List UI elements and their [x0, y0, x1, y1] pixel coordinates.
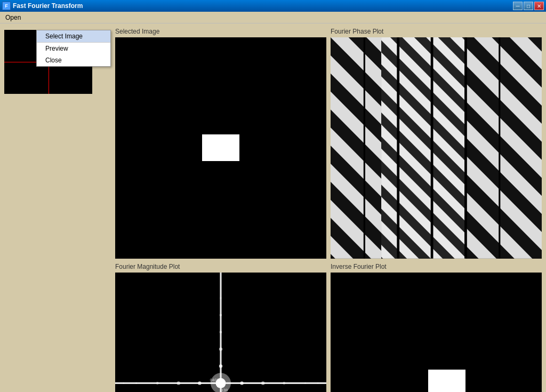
phase-plot-label: Fourier Phase Plot	[331, 28, 542, 36]
svg-point-30	[156, 382, 159, 385]
selected-image-label: Selected Image	[115, 28, 326, 36]
title-bar: F Fast Fourier Transform ─ □ ✕	[0, 0, 546, 12]
inverse-plot-canvas	[331, 273, 542, 392]
window-title: Fast Fourier Transform	[13, 2, 83, 10]
svg-point-20	[220, 331, 222, 333]
inverse-plot-label: Inverse Fourier Plot	[331, 263, 542, 271]
preview-menu-item[interactable]: Preview	[37, 43, 110, 54]
magnitude-plot-canvas: 04030 338	[115, 273, 326, 392]
magnitude-plot-label: Fourier Magnitude Plot	[115, 263, 326, 271]
selected-image-canvas	[115, 37, 326, 259]
svg-point-32	[123, 382, 124, 384]
phase-plot-container: Fourier Phase Plot	[331, 28, 542, 259]
menu-bar: Open	[0, 12, 546, 23]
svg-point-22	[220, 297, 221, 299]
inverse-plot-container: Inverse Fourier Plot	[331, 263, 542, 392]
svg-point-19	[219, 347, 222, 350]
selected-image-container: Selected Image	[115, 28, 326, 259]
phase-plot-svg	[331, 37, 542, 259]
svg-text:338: 338	[221, 388, 228, 392]
svg-point-35	[283, 382, 285, 385]
title-bar-left: F Fast Fourier Transform	[2, 2, 83, 10]
magnitude-plot-container: Fourier Magnitude Plot	[115, 263, 326, 392]
close-button[interactable]: ✕	[534, 2, 544, 10]
selected-image-rect	[202, 134, 239, 161]
svg-point-28	[198, 381, 201, 385]
magnitude-plot-svg: 04030 338	[115, 273, 326, 392]
plots-area: Selected Image Fourier Phase Plot	[115, 28, 542, 392]
close-menu-item[interactable]: Close	[37, 54, 110, 66]
svg-point-34	[261, 381, 264, 385]
svg-point-29	[177, 381, 180, 385]
left-panel: Select Image Preview Close	[4, 28, 111, 392]
svg-point-37	[317, 382, 319, 384]
svg-point-36	[304, 382, 306, 384]
maximize-button[interactable]: □	[524, 2, 533, 10]
app-icon: F	[2, 2, 11, 10]
select-image-menu-item[interactable]: Select Image	[37, 30, 110, 43]
svg-text:04030: 04030	[210, 378, 222, 382]
window-controls: ─ □ ✕	[513, 2, 544, 10]
svg-rect-6	[381, 37, 465, 259]
svg-point-33	[240, 381, 243, 385]
inverse-image-rect	[428, 370, 465, 392]
open-menu-item[interactable]: Open	[2, 13, 24, 22]
svg-rect-5	[331, 37, 381, 259]
phase-plot-canvas	[331, 37, 542, 259]
main-content: Select Image Preview Close Selected Imag…	[0, 23, 546, 392]
top-area: Select Image Preview Close Selected Imag…	[4, 28, 542, 392]
svg-rect-7	[465, 37, 542, 259]
svg-point-21	[220, 314, 222, 316]
minimize-button[interactable]: ─	[513, 2, 523, 10]
dropdown-menu: Select Image Preview Close	[36, 30, 111, 67]
svg-point-31	[135, 382, 137, 384]
svg-point-18	[219, 364, 222, 367]
